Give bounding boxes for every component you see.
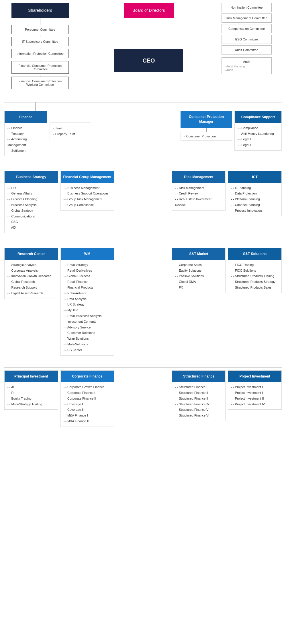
right-committee-2: Risk Management Committee bbox=[222, 13, 272, 23]
cf-item-7: - M&A Finance Ⅱ bbox=[64, 419, 111, 424]
right-committee-5: Audit Committee bbox=[222, 45, 272, 55]
research-center-header: Research Center bbox=[5, 248, 58, 260]
ict-header: ICT bbox=[228, 171, 281, 183]
st-market-header: S&T Market bbox=[172, 248, 226, 260]
rc-item-2: - Corporate Analysis bbox=[7, 268, 55, 274]
pi-item-3: - Equity Trading bbox=[7, 396, 55, 402]
bs-item-1: - HR bbox=[7, 185, 55, 191]
wm-item-8: - UX Strategy bbox=[64, 302, 111, 308]
st-solutions-header: S&T Solutions bbox=[228, 248, 281, 260]
finance-item-2: - Treasury bbox=[7, 131, 44, 137]
finance-item-1: - Finance bbox=[7, 125, 44, 131]
project-investment-body: - Project Investment Ⅰ - Project Investm… bbox=[228, 382, 281, 409]
rc-item-3: - Innovation Growth Research bbox=[7, 273, 55, 279]
sf-item-1: - Structured Finance Ⅰ bbox=[175, 384, 223, 390]
trust-item-1: - Trust bbox=[53, 126, 87, 131]
row3-section: Research Center - Strategic Analysis - C… bbox=[0, 248, 286, 356]
fgm-item-4: - Group Compliance bbox=[64, 202, 111, 208]
wm-header: WM bbox=[61, 248, 114, 260]
right-committee-3: Compensation Committee bbox=[222, 24, 272, 33]
sf-item-6: - Structured Finance Ⅵ bbox=[175, 413, 223, 419]
trust-box: - Trust - Property Trust bbox=[50, 122, 91, 140]
financial-group-mgmt-dept: Financial Group Management - Business Ma… bbox=[60, 171, 114, 211]
wm-item-4: - Retail Finance bbox=[64, 279, 111, 285]
risk-mgmt-dept: Risk Management - Risk Management - Cred… bbox=[172, 171, 226, 211]
corporate-finance-body: - Corporate Growth Finance - Corporate F… bbox=[61, 382, 114, 427]
ict-body: - IT Planning - Data Protection - Platfo… bbox=[228, 183, 281, 216]
sf-item-5: - Structured Finance Ⅴ bbox=[175, 407, 223, 413]
cp-manager-section: Consumer Protection Manager - Consumer P… bbox=[181, 111, 232, 141]
principal-investment-body: - AI - PI - Equity Trading - Multi-Strat… bbox=[5, 382, 58, 409]
wm-item-14: - Wrap Solutions bbox=[64, 336, 111, 342]
fgm-item-2: - Business Support Operations bbox=[64, 191, 111, 196]
principal-investment-dept: Principal Investment - AI - PI - Equity … bbox=[4, 370, 58, 410]
stm-item-4: - Global DMA bbox=[175, 279, 223, 285]
ict-item-4: - Channel Planning bbox=[231, 202, 279, 208]
sts-item-3: - Structured Products Trading bbox=[231, 273, 279, 279]
pj-item-1: - Project Investment Ⅰ bbox=[231, 384, 279, 390]
ict-item-1: - IT Planning bbox=[231, 185, 279, 191]
project-investment-header: Project Investment bbox=[228, 371, 281, 382]
shareholders-block: Shareholders bbox=[11, 3, 69, 18]
ict-item-5: - Process Innovation bbox=[231, 208, 279, 214]
bs-item-7: - ESG bbox=[7, 219, 55, 225]
sts-item-5: - Structured Products Sales bbox=[231, 285, 279, 291]
compliance-item-2: - Anti-Money Laundering bbox=[238, 131, 279, 137]
risk-mgmt-header: Risk Management bbox=[172, 171, 226, 183]
business-strategy-body: - HR - General Affairs - Business Planni… bbox=[5, 183, 58, 233]
structured-finance-header: Structured Finance bbox=[172, 371, 226, 382]
stm-item-1: - Corporate Sales bbox=[175, 262, 223, 268]
left-committee-3: Information Protection Committee bbox=[11, 49, 69, 58]
ict-item-3: - Platform Planning bbox=[231, 196, 279, 202]
fgm-header: Financial Group Management bbox=[61, 171, 114, 183]
wm-item-1: - Retail Strategy bbox=[64, 262, 111, 268]
left-committee-1: Personnel Committee bbox=[11, 25, 69, 34]
wm-item-13: - Customer Relations bbox=[64, 330, 111, 336]
sf-item-2: - Structured Finance Ⅱ bbox=[175, 390, 223, 396]
pi-item-2: - PI bbox=[7, 390, 55, 396]
wm-item-5: - Financial Products bbox=[64, 285, 111, 291]
business-strategy-header: Business Strategy bbox=[5, 171, 58, 183]
stm-item-5: - FX bbox=[175, 285, 223, 291]
ceo-block: CEO bbox=[114, 49, 183, 72]
wm-item-3: - Global Business bbox=[64, 273, 111, 279]
rm-item-3: - Real Estate Investment Review bbox=[175, 196, 223, 208]
fgm-item-1: - Business Management bbox=[64, 185, 111, 191]
stm-item-3: - Passive Solutions bbox=[175, 273, 223, 279]
pj-item-2: - Project Investment Ⅱ bbox=[231, 390, 279, 396]
cf-item-3: - Corporate Finance Ⅱ bbox=[64, 396, 111, 402]
pj-item-3: - Project Investment Ⅲ bbox=[231, 396, 279, 402]
bs-item-4: - Business Analysis bbox=[7, 202, 55, 208]
cp-item-1: - Consumer Protection bbox=[184, 135, 228, 138]
rm-item-2: - Credit Review bbox=[175, 191, 223, 196]
finance-body: - Finance - Treasury - Accounting Manage… bbox=[5, 123, 47, 156]
compliance-dept: Compliance Support - Compliance - Anti-M… bbox=[234, 111, 282, 151]
audit-item-2: - Audit bbox=[225, 69, 269, 72]
compliance-body: - Compliance - Anti-Money Laundering - L… bbox=[235, 123, 281, 150]
compliance-header: Compliance Support bbox=[235, 111, 281, 123]
wm-item-15: - Multi-Solutions bbox=[64, 342, 111, 347]
rc-item-5: - Research Support bbox=[7, 285, 55, 291]
compliance-item-4: - Legal Ⅱ bbox=[238, 142, 279, 148]
cf-item-4: - Coverage Ⅰ bbox=[64, 402, 111, 407]
row2-section: Business Strategy - HR - General Affairs… bbox=[0, 171, 286, 233]
right-committee-1: Nomination Committee bbox=[222, 3, 272, 12]
audit-panel: Audit - Audit Planning - Audit bbox=[222, 57, 272, 74]
finance-item-3: - Accounting Management bbox=[7, 137, 44, 148]
bs-item-5: - Global Strategy bbox=[7, 208, 55, 214]
wm-item-7: - Data Analysis bbox=[64, 296, 111, 302]
right-committee-4: ESG Committee bbox=[222, 35, 272, 44]
wm-body: - Retail Strategy - Retail Derivatives -… bbox=[61, 260, 114, 355]
left-committee-4: Financial Consumer Protection Committee bbox=[11, 61, 69, 74]
stm-item-2: - Equity Solutions bbox=[175, 268, 223, 274]
pi-item-4: - Multi-Strategy Trading bbox=[7, 402, 55, 407]
finance-header: Finance bbox=[5, 111, 47, 123]
row4-section: Principal Investment - AI - PI - Equity … bbox=[0, 370, 286, 427]
left-committee-5: Financial Consumer Protection Working Co… bbox=[11, 77, 69, 89]
trust-item-2: - Property Trust bbox=[53, 131, 87, 137]
compliance-item-3: - Legal Ⅰ bbox=[238, 137, 279, 142]
cp-sub-box: - Consumer Protection bbox=[181, 132, 232, 141]
research-center-body: - Strategic Analysis - Corporate Analysi… bbox=[5, 260, 58, 299]
principal-investment-header: Principal Investment bbox=[5, 371, 58, 382]
cf-item-6: - M&A Finance Ⅰ bbox=[64, 413, 111, 419]
